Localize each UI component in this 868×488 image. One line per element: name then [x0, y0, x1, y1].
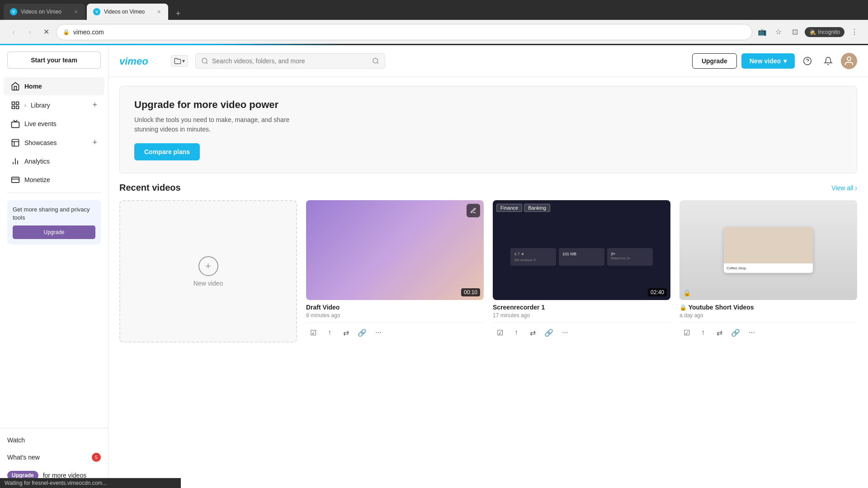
view-all-label: View all [831, 184, 853, 192]
help-button[interactable] [799, 53, 816, 69]
draft-video-title: Draft Video [306, 304, 484, 311]
sidebar-promo-text: Get more sharing and privacy tools [13, 206, 95, 222]
search-submit-icon [372, 57, 379, 65]
start-team-button[interactable]: Start your team [7, 52, 101, 69]
yt-share-btn[interactable]: ↑ [696, 325, 710, 340]
menu-button[interactable]: ⋮ [848, 26, 861, 38]
folder-icon-wrapper[interactable]: ▾ [171, 55, 188, 67]
app-container: Start your team Home › Library + [0, 45, 868, 488]
tab-2-close[interactable]: × [156, 7, 162, 16]
yt-transfer-btn[interactable]: ⇄ [712, 325, 726, 340]
logo-area: vimeo [119, 55, 160, 67]
avatar-icon [844, 56, 854, 66]
edit-icon [467, 204, 480, 217]
back-button[interactable]: ‹ [7, 26, 20, 38]
banner-left: Upgrade for more video power Unlock the … [134, 99, 297, 160]
draft-share-btn[interactable]: ↑ [322, 325, 337, 340]
svg-point-13 [373, 58, 378, 63]
new-video-button[interactable]: New video ▾ [741, 53, 795, 69]
browser-tab-1[interactable]: V Videos on Vimeo × [4, 4, 85, 20]
showcases-add-icon[interactable]: + [92, 138, 97, 147]
header-actions: Upgrade New video ▾ [692, 53, 857, 69]
draft-transfer-btn[interactable]: ⇄ [339, 325, 353, 340]
new-video-placeholder-label: New video [193, 280, 223, 287]
section-title: Recent videos [119, 183, 181, 193]
browser-tab-2[interactable]: V Videos on Vimeo × [87, 4, 168, 20]
sidebar-item-home[interactable]: Home [4, 77, 104, 95]
finance-tags: Finance Banking [496, 204, 550, 212]
sidebar-analytics-label: Analytics [24, 158, 97, 165]
sidebar-item-monetize[interactable]: Monetize [4, 171, 104, 189]
sidebar-promo-card: Get more sharing and privacy tools Upgra… [7, 200, 101, 244]
address-bar[interactable]: 🔒 vimeo.com [56, 24, 752, 40]
status-bar: Waiting for fresnel-events.vimeocdn.com.… [0, 478, 181, 488]
svg-rect-1 [16, 102, 19, 104]
video-card-draft: 00:10 Draft Video 8 minutes ago ☑ ↑ ⇄ 🔗 … [306, 200, 484, 343]
yt-more-btn[interactable]: ··· [745, 325, 759, 340]
draft-more-btn[interactable]: ··· [371, 325, 386, 340]
sidebar-promo-upgrade-button[interactable]: Upgrade [13, 225, 95, 239]
yt-checkbox-btn[interactable]: ☑ [679, 325, 694, 340]
upgrade-button[interactable]: Upgrade [692, 53, 737, 69]
sidebar-item-live-events[interactable]: Live events [4, 115, 104, 133]
new-tab-button[interactable]: + [172, 7, 184, 20]
monetize-icon [11, 175, 20, 184]
cast-button[interactable]: 📺 [756, 26, 769, 38]
sidebar-item-showcases[interactable]: Showcases + [4, 133, 104, 152]
screenrecorder-thumb[interactable]: Finance Banking 4.7 ★ 2M reviews © [493, 200, 670, 300]
view-all-link[interactable]: View all › [831, 184, 857, 192]
draft-video-actions: ☑ ↑ ⇄ 🔗 ··· [306, 322, 484, 343]
sidebar-item-watch[interactable]: Watch [0, 432, 108, 448]
banner-description: Unlock the tools you need to make, manag… [134, 115, 297, 134]
compare-plans-button[interactable]: Compare plans [134, 143, 200, 160]
yt-link-btn[interactable]: 🔗 [728, 325, 743, 340]
reload-button[interactable]: ✕ [40, 26, 52, 38]
yt-short-info: 🔒 Youtube Short Videos a day ago [679, 300, 857, 320]
banner-title: Upgrade for more video power [134, 99, 297, 111]
sidebar-item-whats-new[interactable]: What's new 5 [0, 448, 108, 466]
videos-grid: + New video 00:10 Draft V [108, 200, 868, 343]
library-add-icon[interactable]: + [92, 100, 97, 110]
recent-videos-section: Recent videos View all › + New video [108, 183, 868, 343]
tab-1-favicon: V [10, 8, 17, 15]
new-video-thumb[interactable]: + New video [119, 200, 297, 343]
sidebar-nav: Home › Library + Live events [0, 75, 108, 428]
screenrecorder-duration: 02:40 [648, 288, 667, 296]
video-card-screenrecorder: Finance Banking 4.7 ★ 2M reviews © [493, 200, 670, 343]
analytics-icon [11, 157, 20, 166]
draft-checkbox-btn[interactable]: ☑ [306, 325, 321, 340]
sidebar-divider [7, 192, 101, 193]
live-events-icon [11, 119, 20, 128]
svg-rect-3 [12, 106, 15, 108]
banking-tag: Banking [524, 204, 550, 212]
draft-video-thumb[interactable]: 00:10 [306, 200, 484, 300]
folder-icon [174, 57, 181, 65]
tab-2-favicon: V [93, 8, 100, 15]
yt-lock-icon: 🔒 [683, 289, 691, 296]
screenrecorder-video-actions: ☑ ↑ ⇄ 🔗 ··· [493, 322, 670, 343]
forward-button[interactable]: › [24, 26, 36, 38]
new-video-chevron: ▾ [783, 57, 787, 65]
library-chevron: › [24, 102, 26, 108]
screenrecorder-checkbox-btn[interactable]: ☑ [493, 325, 507, 340]
screenrecorder-share-btn[interactable]: ↑ [509, 325, 524, 340]
screenrecorder-link-btn[interactable]: 🔗 [542, 325, 556, 340]
yt-short-thumb[interactable]: Coffee shop 🔒 [679, 200, 857, 300]
user-avatar[interactable] [841, 53, 857, 69]
draft-link-btn[interactable]: 🔗 [355, 325, 369, 340]
screenrecorder-more-btn[interactable]: ··· [558, 325, 572, 340]
notifications-button[interactable] [820, 53, 836, 69]
sidebar-item-analytics[interactable]: Analytics [4, 152, 104, 170]
library-icon [11, 101, 20, 110]
new-video-label: New video [750, 57, 781, 65]
search-bar[interactable] [195, 53, 385, 69]
sidebar-library-label: Library [31, 102, 88, 109]
svg-line-12 [206, 62, 208, 64]
tab-1-close[interactable]: × [73, 7, 79, 16]
sidebar-item-library[interactable]: › Library + [4, 96, 104, 114]
screenrecorder-transfer-btn[interactable]: ⇄ [525, 325, 540, 340]
split-view-button[interactable]: ⊡ [788, 26, 801, 38]
bell-icon [824, 56, 833, 66]
search-input[interactable] [212, 57, 368, 65]
bookmark-button[interactable]: ☆ [772, 26, 785, 38]
